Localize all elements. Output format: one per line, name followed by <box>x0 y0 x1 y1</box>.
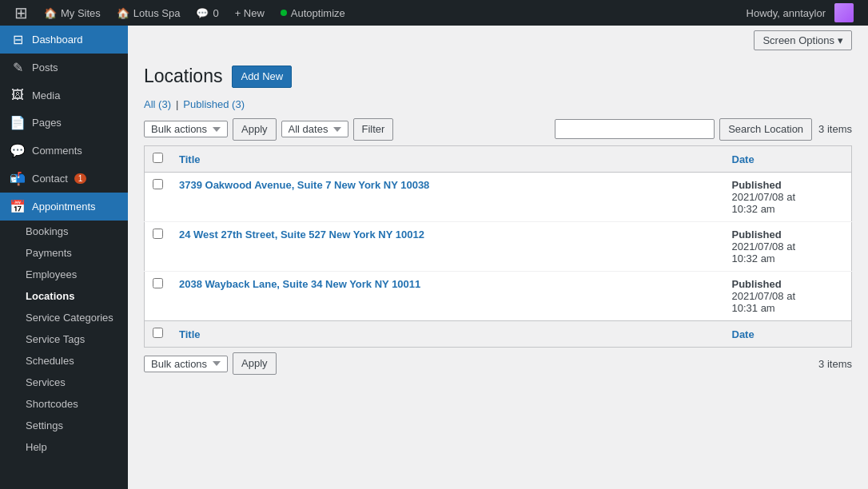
title-column-header: Title <box>171 146 724 173</box>
autoptimize-menu[interactable]: Autoptimize <box>273 0 353 26</box>
new-label: + New <box>235 7 265 19</box>
sidebar-item-label: Media <box>32 89 60 101</box>
select-all-checkbox[interactable] <box>153 153 163 163</box>
media-icon: 🖼 <box>10 88 26 102</box>
items-count-bottom: 3 items <box>818 358 852 370</box>
submenu-settings[interactable]: Settings <box>0 415 128 436</box>
submenu-payments[interactable]: Payments <box>0 242 128 264</box>
screen-options-bar: Screen Options ▾ <box>128 26 868 50</box>
autoptimize-label: Autoptimize <box>291 7 345 19</box>
status-label: Published <box>732 278 782 290</box>
search-input[interactable] <box>555 119 715 139</box>
bottom-tablenav: Bulk actions Apply 3 items <box>144 352 852 375</box>
submenu-locations[interactable]: Locations <box>0 285 128 307</box>
table-row: 2038 Wayback Lane, Suite 34 New York NY … <box>145 272 852 321</box>
row-0-checkbox[interactable] <box>153 179 163 189</box>
contact-badge: 1 <box>74 173 87 184</box>
wp-logo[interactable]: ⊞ <box>6 0 36 26</box>
locations-table: Title Date 3739 Oakwood Avenue, Suite 7 … <box>144 145 852 348</box>
submenu-services[interactable]: Services <box>0 372 128 393</box>
search-box: Search Location <box>555 118 812 141</box>
submenu-shortcodes[interactable]: Shortcodes <box>0 393 128 415</box>
title-footer-column: Title <box>171 321 724 348</box>
row-title-cell: 3739 Oakwood Avenue, Suite 7 New York NY… <box>171 173 724 222</box>
user-menu[interactable]: Howdy, anntaylor <box>739 0 862 26</box>
my-sites-menu[interactable]: 🏠 My Sites <box>36 0 109 26</box>
row-2-checkbox[interactable] <box>153 278 163 288</box>
top-tablenav: Bulk actions Apply All dates Filter Sear… <box>144 118 852 141</box>
row-title-cell: 24 West 27th Street, Suite 527 New York … <box>171 222 724 272</box>
add-new-button[interactable]: Add New <box>232 66 292 88</box>
wp-logo-icon: ⊞ <box>14 3 28 22</box>
sidebar-item-posts[interactable]: ✎ Posts <box>0 54 128 82</box>
items-count-top: 3 items <box>818 123 852 135</box>
sidebar-item-label: Dashboard <box>32 34 83 46</box>
submenu-service-tags[interactable]: Service Tags <box>0 328 128 350</box>
date-sort-link[interactable]: Date <box>732 153 755 165</box>
table-row: 3739 Oakwood Avenue, Suite 7 New York NY… <box>145 173 852 222</box>
row-checkbox-cell <box>145 272 172 321</box>
bottom-tablenav-left: Bulk actions Apply <box>144 352 812 375</box>
all-filter-link[interactable]: All (3) <box>144 98 171 110</box>
sidebar-item-comments[interactable]: 💬 Comments <box>0 137 128 165</box>
search-button[interactable]: Search Location <box>719 118 812 141</box>
title-sort-link[interactable]: Title <box>179 153 201 165</box>
date-status: Published2021/07/08 at10:31 am <box>732 278 844 314</box>
comments-count: 0 <box>213 7 218 19</box>
submenu-schedules[interactable]: Schedules <box>0 350 128 372</box>
title-footer-link[interactable]: Title <box>179 328 201 340</box>
page-header: Locations Add New <box>144 65 852 89</box>
published-filter-link[interactable]: Published (3) <box>183 98 245 110</box>
location-title-link[interactable]: 24 West 27th Street, Suite 527 New York … <box>179 229 424 241</box>
filter-button[interactable]: Filter <box>353 118 394 141</box>
sidebar-item-appointments[interactable]: 📅 Appointments <box>0 193 128 221</box>
apply-button-bottom[interactable]: Apply <box>233 352 277 375</box>
new-content-menu[interactable]: + New <box>227 0 273 26</box>
row-date-cell: Published2021/07/08 at10:32 am <box>724 222 852 272</box>
sidebar-item-label: Appointments <box>32 201 96 213</box>
date-status: Published2021/07/08 at10:32 am <box>732 179 844 215</box>
row-title-cell: 2038 Wayback Lane, Suite 34 New York NY … <box>171 272 724 321</box>
sidebar-item-label: Posts <box>32 62 58 74</box>
select-all-footer-checkbox[interactable] <box>153 328 163 338</box>
bulk-actions-select-top[interactable]: Bulk actions <box>144 121 228 137</box>
date-value: 2021/07/08 at10:32 am <box>732 241 796 264</box>
screen-options-arrow: ▾ <box>838 34 843 46</box>
date-column-header: Date <box>724 146 852 173</box>
bulk-actions-select-bottom[interactable]: Bulk actions <box>144 356 228 372</box>
submenu-service-categories[interactable]: Service Categories <box>0 307 128 328</box>
site-name-menu[interactable]: 🏠 Lotus Spa <box>109 0 189 26</box>
sidebar-item-contact[interactable]: 📬 Contact 1 <box>0 165 128 193</box>
filter-separator: | <box>176 98 178 110</box>
sidebar-item-pages[interactable]: 📄 Pages <box>0 109 128 137</box>
avatar <box>834 3 854 22</box>
apply-button-top[interactable]: Apply <box>233 118 277 141</box>
submenu-help[interactable]: Help <box>0 436 128 458</box>
table-header-row: Title Date <box>145 146 852 173</box>
row-1-checkbox[interactable] <box>153 229 163 239</box>
row-checkbox-cell <box>145 222 172 272</box>
screen-options-label: Screen Options <box>762 34 834 46</box>
date-footer-link[interactable]: Date <box>732 328 755 340</box>
dates-filter-select[interactable]: All dates <box>281 121 348 137</box>
sidebar-item-label: Contact <box>32 173 68 185</box>
comments-menu[interactable]: 💬 0 <box>188 0 226 26</box>
contact-icon: 📬 <box>10 171 26 186</box>
date-value: 2021/07/08 at10:31 am <box>732 290 796 314</box>
sidebar-item-media[interactable]: 🖼 Media <box>0 82 128 109</box>
submenu-bookings[interactable]: Bookings <box>0 221 128 242</box>
row-date-cell: Published2021/07/08 at10:31 am <box>724 272 852 321</box>
my-sites-icon: 🏠 <box>44 7 57 19</box>
howdy-label: Howdy, anntaylor <box>747 7 826 19</box>
select-all-footer-column <box>145 321 172 348</box>
sidebar-item-dashboard[interactable]: ⊟ Dashboard <box>0 26 128 54</box>
home-icon: 🏠 <box>117 7 129 19</box>
pages-icon: 📄 <box>10 115 26 130</box>
status-label: Published <box>732 229 782 241</box>
comments-icon: 💬 <box>10 143 26 158</box>
location-title-link[interactable]: 3739 Oakwood Avenue, Suite 7 New York NY… <box>179 179 429 191</box>
screen-options-button[interactable]: Screen Options ▾ <box>754 30 852 50</box>
submenu-employees[interactable]: Employees <box>0 264 128 285</box>
autoptimize-dot <box>281 10 287 16</box>
location-title-link[interactable]: 2038 Wayback Lane, Suite 34 New York NY … <box>179 278 420 290</box>
